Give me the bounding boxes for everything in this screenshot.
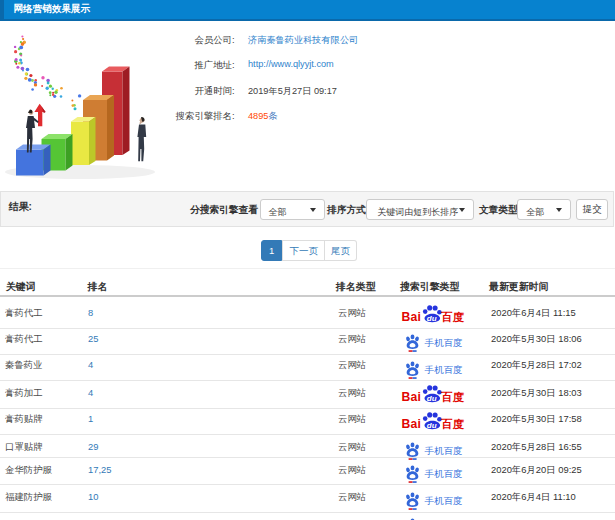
svg-text:百度: 百度 <box>440 391 464 403</box>
svg-text:手机百度: 手机百度 <box>424 445 462 456</box>
svg-text:Bai: Bai <box>401 416 421 430</box>
svg-text:百度: 百度 <box>440 418 464 430</box>
svg-text:du: du <box>426 314 436 323</box>
svg-text:du: du <box>426 421 436 430</box>
svg-text:手机百度: 手机百度 <box>424 337 462 348</box>
svg-text:百度: 百度 <box>440 311 464 323</box>
svg-text:du: du <box>426 394 436 403</box>
svg-text:Bai: Bai <box>401 390 421 404</box>
svg-text:Bai: Bai <box>401 310 421 324</box>
svg-text:手机百度: 手机百度 <box>424 363 462 374</box>
svg-text:手机百度: 手机百度 <box>424 468 462 479</box>
svg-text:手机百度: 手机百度 <box>424 495 462 506</box>
